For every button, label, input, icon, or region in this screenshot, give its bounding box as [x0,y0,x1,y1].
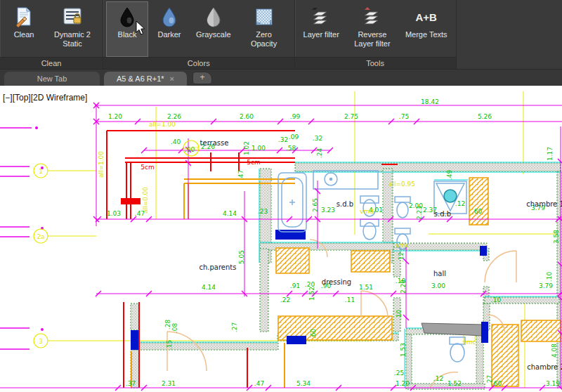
drawing-viewport[interactable]: [−][Top][2D Wireframe] [0,86,562,392]
dim-text: .27 [231,322,238,332]
dim-text: .24 [316,148,323,159]
dim-text: 5.05 [238,250,245,264]
dim-text: 1.20 [108,113,122,120]
dim-text: 3.23 [321,207,335,214]
ribbon-empty-area [457,0,562,69]
dim-text: .23 [258,208,268,215]
dim-text: .28 [164,320,171,330]
gray-droplet-icon [203,5,224,29]
ribbon-group-label-clean: Clean [0,57,103,69]
dim-text: .12 [398,252,405,262]
dim-text: 1.51 [359,284,373,291]
grid-bubble-label: 1 [39,168,43,175]
dynamic-2-static-button-label: Dynamic 2 Static [51,30,94,48]
list-lock-icon [62,5,83,29]
grid-bubble-label: 2a [37,233,44,240]
dim-text: 1.53 [400,343,407,357]
tab-a5-a6-label: A5 & A6 R+1* [117,74,164,83]
tab-close-icon[interactable]: × [170,74,174,83]
ribbon-toolbar: Clean Dynamic 2 Static Clean [0,0,562,70]
dim-text: 2.75 [344,113,358,120]
ribbon-group-colors: Black Darker [103,0,295,69]
annotation-text: all=0.95 [388,181,415,188]
dim-text: .60 [310,329,317,339]
dim-text: 3.79 [539,282,553,289]
tab-new-tab[interactable]: New Tab [4,72,100,86]
clean-document-icon [13,5,34,29]
dim-text: 3.00 [431,282,445,289]
merge-texts-button-label: Merge Texts [405,30,447,39]
dim-text: .08 [171,323,178,334]
annotation-text: all=1.00 [149,121,176,128]
toilet-bowl [363,223,376,240]
dim-text: .60 [492,380,502,387]
dim-text: 5.34 [296,380,311,387]
viewport-controls-label[interactable]: [−][Top][2D Wireframe] [3,93,87,103]
dim-text: .27 [486,375,493,385]
dim-text: 3.58 [553,230,560,244]
reverse-layer-filter-button[interactable]: Reverse Layer filter [345,1,400,57]
door-swings [167,240,516,388]
blue-droplet-icon [159,5,180,29]
zero-opacity-button[interactable]: Zero Opacity [237,1,292,57]
zero-opacity-button-label: Zero Opacity [242,30,286,48]
dim-text: .40 [171,138,181,145]
dim-text: .37 [126,380,136,387]
room-label: s.d.b [336,200,353,208]
dim-text: .32 [313,135,322,142]
dim-text: 1.17 [547,147,554,161]
layers-up-icon [360,5,385,29]
wc-bowl [450,344,464,362]
darker-button[interactable]: Darker [148,1,190,57]
grayscale-button[interactable]: Grayscale [190,1,237,57]
dim-text: .75 [399,113,409,120]
dim-text: 1.52 [447,380,462,387]
tab-a5-a6[interactable]: A5 & A6 R+1* × [104,72,187,86]
tab-new-tab-label: New Tab [37,74,67,83]
grayscale-button-label: Grayscale [196,30,231,39]
dim-text: .12 [433,375,443,382]
a-plus-b-icon: A+B [416,5,437,29]
black-button-label: Black [118,30,137,39]
layers-down-icon [308,5,334,29]
dim-text: .10 [491,296,502,303]
new-tab-button[interactable]: + [192,72,212,84]
drawing-canvas[interactable]: 18.421.202.262.60.992.75.755.26.40.902.2… [0,86,562,392]
dim-text: 2.23 [416,206,423,220]
clean-button[interactable]: Clean [3,1,45,57]
layer-filter-button[interactable]: Layer filter [298,1,345,57]
dim-text: 1.52 [308,287,315,301]
room-label: s.d.b [434,210,451,218]
annotation-text: vmd [360,208,374,215]
annotation-text: all=0.00 [142,187,149,214]
dim-text: 4.08 [551,344,558,358]
clean-button-label: Clean [14,30,34,39]
dim-text: 1.20 [396,380,410,387]
black-button[interactable]: Black [106,1,148,57]
level-marker-text: +4.32 [183,146,198,152]
merge-texts-button[interactable]: A+B Merge Texts [400,1,453,57]
reverse-layer-filter-button-label: Reverse Layer filter [351,30,394,48]
application-window: { "ribbon": { "groups": [ {"label": "Cle… [0,0,562,392]
dim-text: .10 [396,310,403,320]
dim-text: .60 [472,208,483,215]
annotation-text: all=1.00 [98,151,105,178]
dim-text: 4.14 [202,284,216,291]
dim-text: .10 [546,272,553,282]
dim-text: 1.00 [251,145,266,152]
dim-text: 1.02 [243,141,250,155]
darker-button-label: Darker [157,30,181,39]
dim-text: 2.65 [312,198,319,212]
grid-bubble-label: 3 [39,338,43,345]
dim-text: .15 [166,340,173,350]
dim-text: .91 [290,282,300,289]
dim-text: 2.60 [240,113,254,120]
dim-text: .09 [289,133,299,141]
dim-text: .25 [394,370,404,377]
dynamic-2-static-button[interactable]: Dynamic 2 Static [45,1,100,57]
black-droplet-icon [117,5,138,29]
dim-text: .32 [278,136,288,143]
dim-text: 18.42 [421,98,439,105]
dim-text: .49 [446,170,453,181]
ribbon-group-label-colors: Colors [103,57,294,69]
